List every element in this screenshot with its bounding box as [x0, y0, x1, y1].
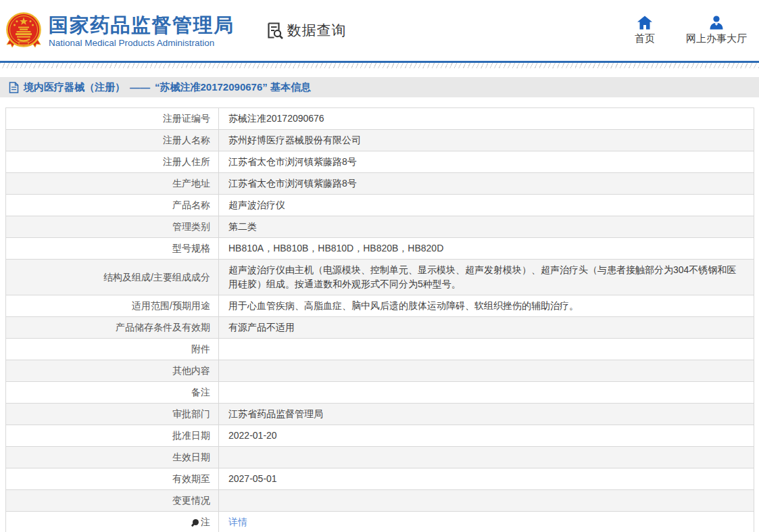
table-row: 产品名称超声波治疗仪: [6, 194, 754, 216]
row-value: 江苏省太仓市浏河镇紫藤路8号: [219, 151, 754, 172]
row-value: [219, 447, 754, 468]
table-row: 附件: [6, 338, 754, 360]
row-value: HB810A，HB810B，HB810D，HB820B，HB820D: [219, 238, 754, 259]
row-value: 有源产品不适用: [219, 317, 754, 338]
row-value: [219, 382, 754, 403]
table-row: 生效日期: [6, 446, 754, 468]
row-value: 2022-01-20: [219, 425, 754, 446]
site-subtitle: National Medical Products Administration: [49, 38, 235, 48]
info-table: 注册证编号苏械注准20172090676注册人名称苏州好博医疗器械股份有限公司注…: [5, 107, 754, 532]
row-value: [219, 490, 754, 511]
row-value: 苏州好博医疗器械股份有限公司: [219, 130, 754, 151]
row-label: 附件: [6, 339, 219, 360]
row-value: 超声波治疗仪由主机（电源模块、控制单元、显示模块、超声发射模块）、超声治疗头（与…: [219, 260, 754, 295]
table-row: 注册人住所江苏省太仓市浏河镇紫藤路8号: [6, 151, 754, 172]
top-nav: 首页 网上办事大厅: [635, 16, 759, 45]
row-label: 变更情况: [6, 490, 219, 511]
row-value: 第二类: [219, 216, 754, 237]
row-label: 注册证编号: [6, 108, 219, 129]
row-label: 型号规格: [6, 238, 219, 259]
row-label: 批准日期: [6, 425, 219, 446]
row-label: 管理类别: [6, 216, 219, 237]
row-label: 注: [6, 512, 219, 532]
row-label: 备注: [6, 382, 219, 403]
breadcrumb-section[interactable]: 境内医疗器械（注册）: [24, 81, 125, 94]
data-query[interactable]: 数据查询: [264, 20, 347, 41]
table-row: 审批部门江苏省药品监督管理局: [6, 403, 754, 425]
row-value: 2027-05-01: [219, 468, 754, 489]
table-row: 生产地址江苏省太仓市浏河镇紫藤路8号: [6, 172, 754, 194]
row-value: 详情: [219, 512, 754, 532]
table-row: 型号规格HB810A，HB810B，HB810D，HB820B，HB820D: [6, 237, 754, 259]
user-icon: [709, 16, 724, 30]
row-label: 其他内容: [6, 360, 219, 381]
breadcrumb: 境内医疗器械（注册） —— “苏械注准20172090676” 基本信息: [0, 77, 759, 97]
table-row: 变更情况: [6, 489, 754, 511]
nav-home-label: 首页: [635, 32, 655, 45]
row-value: 江苏省太仓市浏河镇紫藤路8号: [219, 173, 754, 194]
table-row: 管理类别第二类: [6, 216, 754, 237]
row-label: 生效日期: [6, 447, 219, 468]
nav-service-hall-label: 网上办事大厅: [686, 32, 747, 45]
table-row: 产品储存条件及有效期有源产品不适用: [6, 316, 754, 338]
row-value: [219, 339, 754, 360]
row-value: [219, 360, 754, 381]
row-label: 注册人名称: [6, 130, 219, 151]
nav-home[interactable]: 首页: [635, 16, 655, 45]
row-value: 江苏省药品监督管理局: [219, 404, 754, 425]
data-query-label: 数据查询: [287, 21, 347, 40]
document-icon: [9, 82, 19, 93]
row-label: 结构及组成/主要组成成分: [6, 260, 219, 295]
table-row: 注详情: [6, 511, 754, 532]
table-row: 其他内容: [6, 360, 754, 381]
table-row: 结构及组成/主要组成成分超声波治疗仪由主机（电源模块、控制单元、显示模块、超声发…: [6, 259, 754, 295]
table-row: 适用范围/预期用途用于心血管疾病、高脂血症、脑中风后遗的肢体运动障碍、软组织挫伤…: [6, 295, 754, 316]
table-row: 有效期至2027-05-01: [6, 468, 754, 489]
table-row: 注册证编号苏械注准20172090676: [6, 108, 754, 129]
row-label: 适用范围/预期用途: [6, 295, 219, 316]
row-label: 生产地址: [6, 173, 219, 194]
row-label: 产品储存条件及有效期: [6, 317, 219, 338]
site-header: 国家药品监督管理局 National Medical Products Admi…: [0, 0, 759, 61]
home-icon: [637, 16, 653, 30]
row-label: 审批部门: [6, 404, 219, 425]
data-query-icon: [264, 20, 285, 41]
table-row: 备注: [6, 381, 754, 403]
row-value: 超声波治疗仪: [219, 195, 754, 216]
row-label: 注册人住所: [6, 151, 219, 172]
hatch-texture-strip: [0, 63, 759, 68]
table-row: 批准日期2022-01-20: [6, 425, 754, 446]
detail-link[interactable]: 详情: [228, 515, 247, 529]
row-label: 产品名称: [6, 195, 219, 216]
row-label: 有效期至: [6, 468, 219, 489]
note-icon: [193, 519, 199, 525]
site-title: 国家药品监督管理局: [49, 14, 235, 37]
breadcrumb-title: “苏械注准20172090676” 基本信息: [155, 81, 311, 94]
table-row: 注册人名称苏州好博医疗器械股份有限公司: [6, 129, 754, 151]
nav-service-hall[interactable]: 网上办事大厅: [686, 16, 747, 45]
brand[interactable]: 国家药品监督管理局 National Medical Products Admi…: [5, 11, 235, 50]
row-value: 用于心血管疾病、高脂血症、脑中风后遗的肢体运动障碍、软组织挫伤的辅助治疗。: [219, 295, 754, 316]
row-value: 苏械注准20172090676: [219, 108, 754, 129]
nmpa-emblem-logo: [5, 11, 42, 50]
breadcrumb-separator: ——: [130, 82, 150, 93]
